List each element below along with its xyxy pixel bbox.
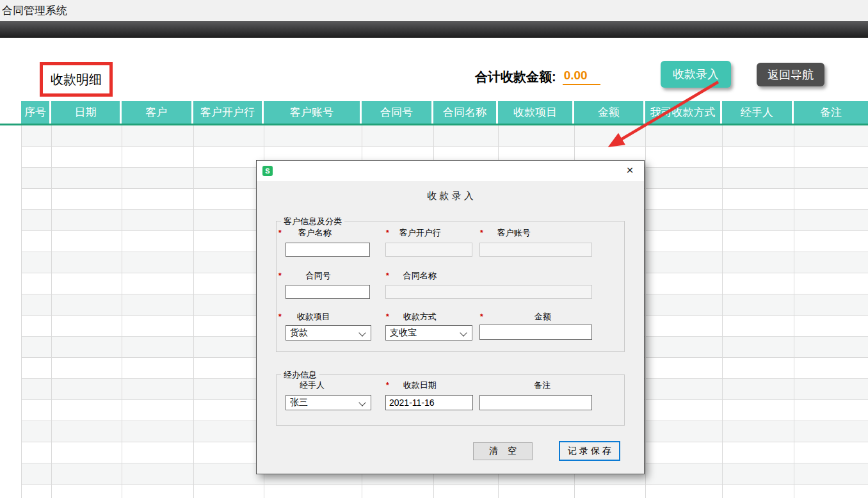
table-cell[interactable] [362, 125, 434, 146]
table-cell[interactable] [194, 189, 264, 209]
close-icon[interactable]: × [622, 163, 638, 178]
table-cell[interactable] [362, 485, 434, 498]
table-cell[interactable] [723, 358, 794, 378]
clear-button[interactable]: 清 空 [473, 442, 533, 460]
table-cell[interactable] [794, 189, 868, 209]
table-cell[interactable] [794, 125, 868, 146]
table-cell[interactable] [22, 231, 52, 252]
table-cell[interactable] [794, 252, 868, 273]
table-cell[interactable] [723, 379, 794, 399]
table-cell[interactable] [194, 252, 264, 273]
table-cell[interactable] [52, 316, 122, 336]
table-cell[interactable] [194, 337, 264, 357]
table-cell[interactable] [794, 273, 868, 294]
table-cell[interactable] [52, 358, 122, 378]
table-cell[interactable] [646, 400, 723, 421]
table-cell[interactable] [646, 379, 723, 399]
table-cell[interactable] [52, 189, 122, 209]
table-cell[interactable] [575, 485, 646, 498]
table-cell[interactable] [52, 147, 122, 167]
payment-item-select[interactable]: 货款 [285, 325, 371, 341]
customer-name-input[interactable] [285, 243, 370, 257]
table-cell[interactable] [723, 168, 794, 188]
table-cell[interactable] [646, 231, 723, 252]
table-cell[interactable] [794, 358, 868, 378]
table-cell[interactable] [52, 337, 122, 357]
table-cell[interactable] [122, 379, 194, 399]
table-cell[interactable] [122, 210, 194, 230]
table-cell[interactable] [646, 125, 723, 146]
table-cell[interactable] [22, 210, 52, 230]
table-cell[interactable] [794, 168, 868, 188]
table-cell[interactable] [194, 421, 264, 442]
table-cell[interactable] [723, 485, 794, 498]
amount-input[interactable] [479, 325, 592, 340]
table-cell[interactable] [52, 463, 122, 484]
table-cell[interactable] [794, 294, 868, 315]
table-cell[interactable] [499, 125, 575, 146]
table-cell[interactable] [194, 294, 264, 315]
table-cell[interactable] [646, 210, 723, 230]
table-cell[interactable] [22, 463, 52, 484]
table-cell[interactable] [22, 442, 52, 463]
table-cell[interactable] [194, 125, 264, 146]
table-cell[interactable] [52, 252, 122, 273]
remark-input[interactable] [479, 395, 592, 410]
table-cell[interactable] [646, 273, 723, 294]
save-record-button[interactable]: 记 录 保 存 [559, 441, 620, 461]
table-cell[interactable] [122, 168, 194, 188]
table-cell[interactable] [646, 337, 723, 357]
table-cell[interactable] [575, 125, 646, 146]
table-cell[interactable] [194, 210, 264, 230]
table-cell[interactable] [122, 147, 194, 167]
table-cell[interactable] [52, 168, 122, 188]
table-cell[interactable] [194, 358, 264, 378]
table-cell[interactable] [794, 337, 868, 357]
table-cell[interactable] [723, 231, 794, 252]
payment-method-select[interactable]: 支收宝 [385, 325, 472, 341]
table-cell[interactable] [646, 485, 723, 498]
table-cell[interactable] [646, 168, 723, 188]
table-cell[interactable] [194, 168, 264, 188]
table-cell[interactable] [122, 273, 194, 294]
table-cell[interactable] [52, 379, 122, 399]
table-cell[interactable] [52, 442, 122, 463]
table-cell[interactable] [122, 125, 194, 146]
table-cell[interactable] [194, 400, 264, 421]
table-cell[interactable] [794, 379, 868, 399]
table-cell[interactable] [646, 252, 723, 273]
table-cell[interactable] [122, 400, 194, 421]
table-cell[interactable] [194, 463, 264, 484]
handler-select[interactable]: 张三 [285, 395, 371, 410]
table-cell[interactable] [22, 316, 52, 336]
table-cell[interactable] [52, 273, 122, 294]
table-cell[interactable] [22, 400, 52, 421]
table-cell[interactable] [723, 316, 794, 336]
table-cell[interactable] [794, 485, 868, 498]
table-cell[interactable] [264, 485, 362, 498]
table-cell[interactable] [122, 337, 194, 357]
table-cell[interactable] [22, 358, 52, 378]
table-cell[interactable] [794, 442, 868, 463]
table-cell[interactable] [122, 442, 194, 463]
table-cell[interactable] [122, 421, 194, 442]
table-cell[interactable] [122, 252, 194, 273]
table-cell[interactable] [794, 463, 868, 484]
table-cell[interactable] [22, 294, 52, 315]
table-cell[interactable] [723, 210, 794, 230]
table-cell[interactable] [194, 316, 264, 336]
table-cell[interactable] [194, 273, 264, 294]
back-to-nav-button[interactable]: 返回导航 [757, 63, 824, 86]
table-cell[interactable] [22, 168, 52, 188]
table-cell[interactable] [794, 316, 868, 336]
table-cell[interactable] [646, 147, 723, 167]
table-cell[interactable] [723, 189, 794, 209]
table-cell[interactable] [22, 337, 52, 357]
table-cell[interactable] [723, 147, 794, 167]
table-cell[interactable] [723, 252, 794, 273]
table-cell[interactable] [723, 400, 794, 421]
table-cell[interactable] [122, 189, 194, 209]
table-cell[interactable] [122, 316, 194, 336]
table-cell[interactable] [434, 485, 499, 498]
table-cell[interactable] [723, 337, 794, 357]
